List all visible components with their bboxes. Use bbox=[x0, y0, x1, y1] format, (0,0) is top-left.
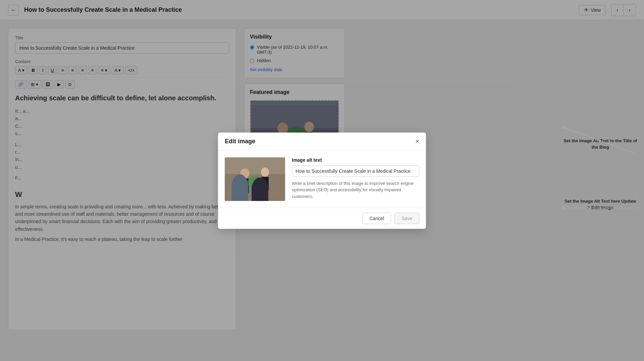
modal-overlay: Edit image × bbox=[0, 0, 644, 361]
close-button[interactable]: × bbox=[415, 138, 419, 145]
modal-fields: Image alt text Write a brief description… bbox=[292, 157, 419, 201]
modal-header: Edit image × bbox=[218, 133, 426, 151]
modal-footer: Cancel Save bbox=[218, 208, 426, 229]
alt-text-hint: Write a brief description of this image … bbox=[292, 180, 419, 200]
svg-point-21 bbox=[248, 176, 262, 189]
alt-text-input[interactable] bbox=[292, 165, 419, 177]
alt-text-label: Image alt text bbox=[292, 157, 419, 163]
save-button[interactable]: Save bbox=[394, 213, 419, 224]
svg-rect-23 bbox=[262, 192, 268, 194]
svg-rect-17 bbox=[241, 178, 249, 194]
svg-rect-20 bbox=[264, 181, 266, 191]
modal-body: Image alt text Write a brief description… bbox=[218, 151, 426, 208]
modal-image-preview bbox=[225, 157, 285, 201]
svg-rect-19 bbox=[261, 177, 269, 191]
svg-point-16 bbox=[240, 168, 250, 178]
svg-rect-22 bbox=[241, 193, 248, 195]
cancel-button[interactable]: Cancel bbox=[362, 213, 391, 224]
svg-point-18 bbox=[261, 167, 269, 177]
preview-image bbox=[225, 157, 285, 201]
modal-title: Edit image bbox=[225, 138, 255, 145]
edit-image-modal: Edit image × bbox=[218, 133, 426, 229]
